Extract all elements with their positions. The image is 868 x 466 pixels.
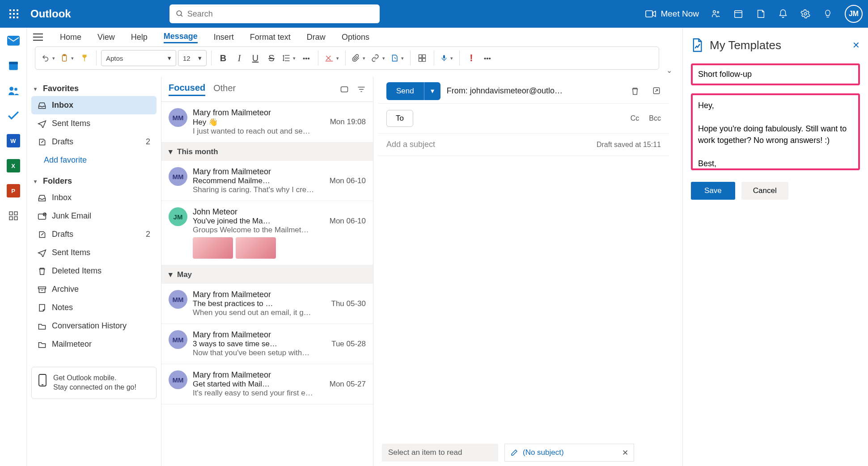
tab-draw[interactable]: Draw xyxy=(307,32,326,43)
subject-input[interactable]: Add a subject xyxy=(386,140,435,149)
search-box[interactable] xyxy=(169,4,380,23)
calendar-app-icon[interactable] xyxy=(7,59,20,72)
to-button[interactable]: To xyxy=(386,110,413,127)
from-field[interactable]: From: johndavismeteor@outlo… xyxy=(447,86,563,96)
calendar-day-icon[interactable] xyxy=(733,8,744,19)
folder-drafts-fav[interactable]: Drafts 2 xyxy=(31,133,157,151)
tips-icon[interactable] xyxy=(822,8,833,19)
dictate-button[interactable] xyxy=(439,50,455,66)
signature-button[interactable] xyxy=(389,50,406,66)
message-item[interactable]: JM John Meteor You've joined the Ma…Mon … xyxy=(161,201,373,265)
tab-home[interactable]: Home xyxy=(60,32,81,43)
compose-tab[interactable]: (No subject) ✕ xyxy=(504,444,634,462)
cancel-button[interactable]: Cancel xyxy=(741,182,788,200)
chevron-down-icon: ▾ xyxy=(169,147,173,156)
expand-ribbon-icon[interactable]: ⌄ xyxy=(666,66,672,75)
tab-options[interactable]: Options xyxy=(342,32,369,43)
folder-label: Sent Items xyxy=(52,119,90,128)
app-launcher-icon[interactable] xyxy=(5,5,22,22)
template-name-input[interactable] xyxy=(691,63,860,85)
template-body-input[interactable] xyxy=(691,93,860,170)
folder-inbox[interactable]: Inbox xyxy=(31,189,157,207)
folder-notes[interactable]: Notes xyxy=(31,298,157,317)
importance-button[interactable]: ! xyxy=(464,50,478,66)
folders-section[interactable]: Folders xyxy=(31,174,157,189)
folder-drafts[interactable]: Drafts2 xyxy=(31,225,157,243)
bold-button[interactable]: B xyxy=(216,50,230,66)
meet-now-button[interactable]: Meet Now xyxy=(645,9,699,19)
filter-icon[interactable] xyxy=(357,85,366,93)
folder-mailmeteor[interactable]: Mailmeteor xyxy=(31,335,157,353)
tab-focused[interactable]: Focused xyxy=(169,83,205,96)
notes-icon[interactable] xyxy=(755,8,766,19)
add-favorite-link[interactable]: Add favorite xyxy=(31,151,157,169)
more-commands-button[interactable]: ••• xyxy=(480,50,495,66)
attach-button[interactable] xyxy=(350,50,367,66)
send-dropdown[interactable]: ▾ xyxy=(424,82,440,100)
bcc-button[interactable]: Bcc xyxy=(649,114,661,122)
chevron-down-icon: ▾ xyxy=(169,270,173,279)
word-app-icon[interactable]: W xyxy=(7,134,20,147)
folder-conversation-history[interactable]: Conversation History xyxy=(31,317,157,335)
mail-app-icon[interactable] xyxy=(7,34,20,47)
save-button[interactable]: Save xyxy=(691,182,735,200)
thumb[interactable] xyxy=(193,237,233,259)
message-item[interactable]: MM Mary from Mailmeteor Hey 👋Mon 19:08 I… xyxy=(161,102,373,143)
line-spacing-button[interactable] xyxy=(280,50,297,66)
font-name-select[interactable]: Aptos▾ xyxy=(101,50,176,66)
excel-app-icon[interactable]: X xyxy=(7,159,20,172)
link-button[interactable] xyxy=(369,50,387,66)
tab-insert[interactable]: Insert xyxy=(214,32,234,43)
todo-app-icon[interactable] xyxy=(7,109,20,122)
strikethrough-button[interactable]: S xyxy=(264,50,279,66)
settings-icon[interactable] xyxy=(800,8,811,19)
layout-icon[interactable] xyxy=(340,85,349,93)
tab-view[interactable]: View xyxy=(97,32,115,43)
teams-icon[interactable] xyxy=(711,8,721,19)
close-compose-tab-icon[interactable]: ✕ xyxy=(622,448,628,458)
thumb[interactable] xyxy=(236,237,276,259)
folder-inbox-fav[interactable]: Inbox xyxy=(31,96,157,114)
favorites-section[interactable]: Favorites xyxy=(31,81,157,96)
paste-button[interactable] xyxy=(59,50,76,66)
tab-format-text[interactable]: Format text xyxy=(250,32,291,43)
tab-help[interactable]: Help xyxy=(131,32,148,43)
folder-sent[interactable]: Sent Items xyxy=(31,243,157,262)
more-format-button[interactable]: ••• xyxy=(299,50,313,66)
folder-pane: Favorites Inbox Sent Items Drafts 2 Add … xyxy=(27,77,161,466)
more-apps-icon[interactable] xyxy=(7,209,20,223)
profile-avatar[interactable]: JM xyxy=(845,5,863,23)
send-button[interactable]: Send xyxy=(386,82,424,100)
clear-formatting-button[interactable] xyxy=(323,50,341,66)
people-app-icon[interactable] xyxy=(7,84,20,97)
tab-message[interactable]: Message xyxy=(164,31,198,43)
cc-button[interactable]: Cc xyxy=(631,114,639,122)
search-input[interactable] xyxy=(187,9,373,19)
popout-icon[interactable] xyxy=(652,86,661,96)
italic-button[interactable]: I xyxy=(232,50,246,66)
apps-button[interactable] xyxy=(415,50,429,66)
format-painter-button[interactable] xyxy=(77,50,92,66)
folder-deleted[interactable]: Deleted Items xyxy=(31,262,157,280)
folder-archive[interactable]: Archive xyxy=(31,280,157,298)
powerpoint-app-icon[interactable]: P xyxy=(7,184,20,197)
undo-button[interactable] xyxy=(40,50,57,66)
mobile-promo[interactable]: Get Outlook mobile. Stay connected on th… xyxy=(31,367,157,399)
close-templates-icon[interactable]: ✕ xyxy=(852,40,860,50)
folder-sent-fav[interactable]: Sent Items xyxy=(31,114,157,133)
draft-icon xyxy=(38,138,47,146)
list-group-this-month[interactable]: ▾This month xyxy=(161,143,373,161)
discard-icon[interactable] xyxy=(631,86,639,96)
tab-other[interactable]: Other xyxy=(213,83,236,95)
bell-icon[interactable] xyxy=(778,8,788,19)
font-size-select[interactable]: 12▾ xyxy=(178,50,207,66)
list-group-may[interactable]: ▾May xyxy=(161,265,373,284)
message-item[interactable]: MM Mary from Mailmeteor Recommend Mailme… xyxy=(161,161,373,201)
hamburger-icon[interactable] xyxy=(33,33,44,41)
underline-button[interactable]: U xyxy=(248,50,263,66)
message-item[interactable]: MM Mary from Mailmeteor The best practic… xyxy=(161,284,373,324)
folder-junk[interactable]: Junk Email xyxy=(31,207,157,225)
svg-rect-23 xyxy=(9,212,13,215)
message-item[interactable]: MM Mary from Mailmeteor Get started with… xyxy=(161,364,373,404)
message-item[interactable]: MM Mary from Mailmeteor 3 ways to save t… xyxy=(161,324,373,364)
